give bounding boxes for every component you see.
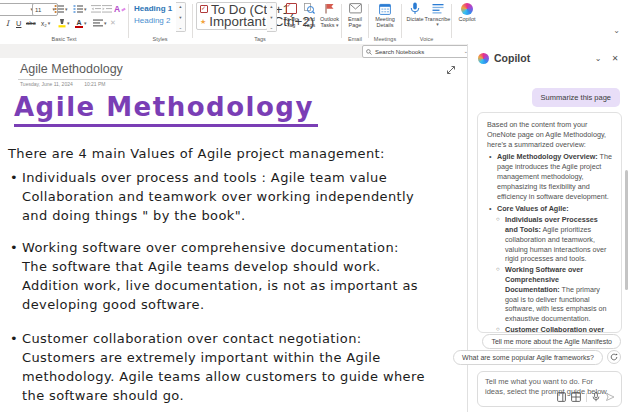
clear-all-formatting-button[interactable]: A: [114, 3, 126, 15]
calendar-icon: [379, 3, 391, 15]
search-placeholder: Search Notebooks: [375, 49, 461, 55]
copilot-icon: [461, 3, 473, 15]
view-prompts-button[interactable]: [571, 392, 581, 402]
flag-icon: [324, 3, 335, 14]
outlook-tasks-button[interactable]: Outlook Tasks ▾: [319, 2, 340, 29]
todo-tag-button[interactable]: To Do Tag: [282, 2, 300, 29]
underline-button[interactable]: U: [16, 17, 21, 29]
copilot-ribbon-button[interactable]: Copilot: [456, 2, 478, 22]
composer-toolbar: [557, 392, 615, 402]
bullet-icon: •: [10, 329, 18, 348]
panel-close-button[interactable]: ✕: [609, 54, 621, 63]
style-heading-2[interactable]: Heading 2: [134, 16, 170, 25]
prompt-guide-button[interactable]: [557, 392, 566, 402]
clear-formatting-button[interactable]: ✕: [110, 17, 116, 29]
suggestion-chip-manifesto[interactable]: Tell me more about the Agile Manifesto: [482, 334, 621, 349]
chevron-down-icon: ▾: [84, 21, 87, 26]
numbered-list-button[interactable]: ▾: [73, 3, 87, 15]
increase-indent-icon: [102, 4, 112, 14]
refresh-suggestions-button[interactable]: [607, 350, 621, 364]
response-intro: Based on the content from your OneNote p…: [487, 120, 612, 149]
font-size-value: 11: [35, 7, 50, 13]
ink-title: Agile Methodology: [14, 92, 318, 127]
email-page-button[interactable]: Email Page: [345, 2, 365, 29]
strikethrough-button[interactable]: abc: [26, 17, 36, 29]
chevron-down-icon: ▾: [104, 21, 107, 26]
circle-bullet-icon: ○: [496, 325, 500, 333]
font-color-icon: A: [75, 19, 83, 28]
suggestion-chip-frameworks[interactable]: What are some popular Agile frameworks?: [453, 350, 603, 365]
paragraph-align-button[interactable]: ▾: [93, 17, 107, 29]
bullet-list-button[interactable]: ▾: [54, 3, 68, 15]
chevron-down-icon: ▾: [67, 21, 70, 26]
bullet-list-icon: [54, 4, 64, 14]
chevron-down-icon: ▾: [48, 21, 51, 26]
response-item: • Agile Methodology Overview: The page i…: [487, 152, 612, 201]
font-name-value: Calibri: [0, 7, 28, 13]
tags-gallery: To Do (Ctrl+1) ★ Important (Ctrl+2): [196, 2, 268, 30]
group-label-meetings: Meetings: [370, 36, 400, 42]
italic-button[interactable]: I: [6, 17, 9, 29]
response-subitem: ○ Customer Collaboration over Contract N…: [496, 325, 612, 333]
styles-gallery-scroll[interactable]: ▴ ▾ ⌄: [176, 2, 186, 32]
circle-bullet-icon: ○: [496, 215, 500, 225]
ribbon: Calibri ▾ 11 ▾ ▾ ▾: [0, 0, 628, 45]
copilot-panel: Copilot ⌄ ✕ Summarize this page Based on…: [467, 44, 628, 412]
page-title[interactable]: Agile Methodology: [20, 62, 123, 76]
ribbon-group-tags: To Do (Ctrl+1) ★ Important (Ctrl+2) ▴ ▾ …: [194, 0, 340, 44]
todo-checkbox-icon: [200, 5, 208, 13]
collapse-ribbon-button[interactable]: ⌄: [613, 26, 620, 35]
scroll-down-icon: ▾: [179, 15, 181, 20]
ink-bullet-working-software: • Working software over comprehensive do…: [10, 238, 428, 314]
gallery-more-icon: ⌄: [270, 25, 274, 30]
grid-icon: [571, 392, 581, 402]
chevron-down-icon: ▾: [84, 7, 87, 12]
subscript-button[interactable]: x₂ ▾: [41, 17, 50, 29]
clear-all-formatting-icon: A: [114, 4, 120, 14]
style-heading-1[interactable]: Heading 1: [134, 4, 172, 13]
group-label-voice: Voice: [403, 36, 450, 42]
bullet-icon: •: [10, 168, 18, 187]
copilot-input[interactable]: Tell me what you want to do. For ideas, …: [477, 371, 622, 407]
expand-page-button[interactable]: [445, 64, 457, 76]
ribbon-group-styles: Heading 1 Heading 2 ▴ ▾ ⌄ Styles: [130, 0, 190, 44]
search-input[interactable]: Search Notebooks ⌄: [362, 45, 472, 58]
star-icon: ★: [200, 18, 206, 25]
dictate-button[interactable]: Dictate: [405, 2, 425, 22]
font-color-button[interactable]: A ▾: [75, 17, 87, 29]
ink-bullet-individuals: • Individuals over process and tools : A…: [10, 168, 428, 225]
ribbon-separator: [451, 4, 452, 38]
panel-collapse-button[interactable]: ⌄: [592, 54, 604, 63]
ribbon-group-voice: Dictate Transcribe ▾ Voice: [403, 0, 450, 44]
scroll-up-icon: ▴: [270, 4, 272, 9]
find-tags-button[interactable]: Find Tags: [301, 2, 318, 29]
group-label-tags: Tags: [194, 36, 326, 42]
copilot-icon: [478, 53, 489, 64]
ink-bullet-customer-collaboration: • Customer collaboration over contact ne…: [10, 329, 428, 405]
search-tags-icon: [304, 3, 315, 14]
group-label-styles: Styles: [130, 36, 190, 42]
ribbon-group-copilot: Copilot: [453, 0, 481, 44]
send-button[interactable]: [605, 392, 615, 402]
microphone-icon: [410, 2, 420, 15]
ribbon-group-email: Email Page Email: [343, 0, 367, 44]
scroll-up-icon: ▴: [179, 4, 181, 9]
response-subitem: ○ Working Software over Comprehensive Do…: [496, 265, 612, 324]
highlighter-icon: [58, 18, 66, 28]
voice-input-button[interactable]: [592, 392, 600, 402]
chevron-down-icon: ▾: [436, 22, 439, 27]
tags-gallery-scroll[interactable]: ▴ ▾ ⌄: [267, 2, 277, 32]
decrease-indent-button[interactable]: [91, 3, 101, 15]
highlight-button[interactable]: ▾: [58, 17, 70, 29]
ribbon-group-meetings: Meeting Details Meetings: [370, 0, 400, 44]
increase-indent-button[interactable]: [102, 3, 112, 15]
chevron-down-icon: ▾: [336, 22, 339, 28]
align-icon: [93, 18, 103, 28]
copilot-panel-header: Copilot ⌄ ✕: [478, 49, 621, 67]
meeting-details-button[interactable]: Meeting Details: [372, 2, 398, 29]
ribbon-separator: [368, 4, 369, 38]
font-name-select[interactable]: Calibri ▾: [0, 3, 36, 16]
page-canvas[interactable]: Agile Methodology Tuesday, June 11, 2024…: [0, 58, 467, 412]
prompt-guide-icon: [557, 392, 566, 402]
transcribe-button[interactable]: Transcribe ▾: [426, 2, 449, 27]
